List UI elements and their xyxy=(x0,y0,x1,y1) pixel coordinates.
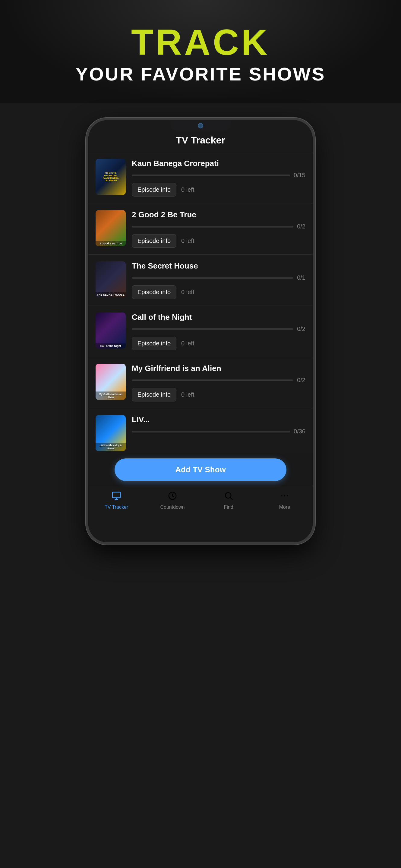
phone-frame: TV Tracker 710 CROREHINDUSTANIKAUN BANEG… xyxy=(86,118,315,545)
progress-row-alien: 0/2 xyxy=(132,377,305,384)
show-thumbnail-kbc[interactable]: 710 CROREHINDUSTANIKAUN BANEGACROREPATI xyxy=(96,159,126,195)
show-name-live: LIV... xyxy=(132,415,305,424)
thumb-label-call: Call of the Night xyxy=(96,343,126,349)
show-info-2good: 2 Good 2 Be True 0/2 Episode info 0 left xyxy=(132,210,305,248)
episode-info-btn-2good[interactable]: Episode info xyxy=(132,234,176,248)
phone-camera xyxy=(198,123,203,128)
episode-row-call: Episode info 0 left xyxy=(132,337,305,350)
progress-count-alien: 0/2 xyxy=(297,377,305,384)
svg-point-4 xyxy=(225,493,231,498)
episodes-left-alien: 0 left xyxy=(181,391,194,398)
progress-count-kbc: 0/15 xyxy=(294,172,305,179)
hero-title: TRACK xyxy=(131,24,270,60)
hero-subtitle: YOUR FAVORITE SHOWS xyxy=(75,63,325,85)
progress-count-secret: 0/1 xyxy=(297,274,305,281)
progress-row-call: 0/2 xyxy=(132,326,305,333)
show-info-live: LIV... 0/36 xyxy=(132,415,305,439)
episodes-left-2good: 0 left xyxy=(181,238,194,244)
nav-item-countdown[interactable]: Countdown xyxy=(145,491,201,510)
svg-point-8 xyxy=(287,495,288,496)
nav-item-tracker[interactable]: TV Tracker xyxy=(88,491,145,510)
nav-item-find[interactable]: Find xyxy=(201,491,256,510)
episodes-left-kbc: 0 left xyxy=(181,186,194,193)
list-item: 710 CROREHINDUSTANIKAUN BANEGACROREPATI … xyxy=(88,152,313,204)
show-info-call: Call of the Night 0/2 Episode info 0 lef… xyxy=(132,313,305,350)
svg-point-7 xyxy=(284,495,285,496)
show-thumbnail-secret[interactable]: THE SECRET HOUSE xyxy=(96,261,126,298)
phone-screen: TV Tracker 710 CROREHINDUSTANIKAUN BANEG… xyxy=(88,120,313,542)
episode-row-2good: Episode info 0 left xyxy=(132,234,305,248)
search-icon xyxy=(224,491,234,503)
thumb-label-secret: THE SECRET HOUSE xyxy=(96,292,126,298)
show-thumbnail-alien[interactable]: My Girlfriend is an Alien xyxy=(96,364,126,400)
nav-item-more[interactable]: More xyxy=(256,491,313,510)
episode-row-alien: Episode info 0 left xyxy=(132,388,305,401)
show-name-secret: The Secret House xyxy=(132,261,305,271)
bottom-nav: TV Tracker Countdown xyxy=(88,486,313,517)
phone-notch xyxy=(171,120,230,131)
thumb-label-kbc: 710 CROREHINDUSTANIKAUN BANEGACROREPATI xyxy=(100,169,121,184)
progress-bar-bg-secret xyxy=(132,277,294,279)
list-item: THE SECRET HOUSE The Secret House 0/1 Ep… xyxy=(88,255,313,306)
progress-row-secret: 0/1 xyxy=(132,274,305,281)
add-show-btn-container: Add TV Show xyxy=(88,454,313,486)
svg-point-6 xyxy=(281,495,282,496)
show-name-alien: My Girlfriend is an Alien xyxy=(132,364,305,373)
svg-rect-0 xyxy=(113,492,121,498)
show-name-call: Call of the Night xyxy=(132,313,305,322)
svg-line-5 xyxy=(230,498,233,500)
progress-row-2good: 0/2 xyxy=(132,223,305,230)
thumb-label-2good: 2 Good 2 Be True xyxy=(96,241,126,246)
show-name-kbc: Kaun Banega Crorepati xyxy=(132,159,305,168)
show-list: 710 CROREHINDUSTANIKAUN BANEGACROREPATI … xyxy=(88,152,313,454)
show-info-secret: The Secret House 0/1 Episode info 0 left xyxy=(132,261,305,299)
progress-bar-bg-live xyxy=(132,431,290,433)
phone-wrapper: TV Tracker 710 CROREHINDUSTANIKAUN BANEG… xyxy=(86,118,315,545)
nav-label-tracker: TV Tracker xyxy=(104,504,128,510)
progress-bar-bg-kbc xyxy=(132,175,290,176)
nav-label-countdown: Countdown xyxy=(160,504,185,510)
list-item: 2 Good 2 Be True 2 Good 2 Be True 0/2 Ep… xyxy=(88,204,313,255)
progress-count-live: 0/36 xyxy=(294,428,305,435)
clock-icon xyxy=(167,491,177,503)
list-item: My Girlfriend is an Alien My Girlfriend … xyxy=(88,357,313,408)
episode-info-btn-kbc[interactable]: Episode info xyxy=(132,183,176,196)
episodes-left-secret: 0 left xyxy=(181,289,194,296)
list-item: LIVE with Kelly & Ryan LIV... 0/36 xyxy=(88,408,313,454)
show-info-kbc: Kaun Banega Crorepati 0/15 Episode info … xyxy=(132,159,305,196)
add-show-button[interactable]: Add TV Show xyxy=(115,458,286,481)
episode-info-btn-alien[interactable]: Episode info xyxy=(132,388,176,401)
progress-row-kbc: 0/15 xyxy=(132,172,305,179)
progress-bar-bg-2good xyxy=(132,226,294,227)
episode-row-kbc: Episode info 0 left xyxy=(132,183,305,196)
show-thumbnail-2good[interactable]: 2 Good 2 Be True xyxy=(96,210,126,246)
thumb-label-live: LIVE with Kelly & Ryan xyxy=(96,443,126,451)
episode-row-secret: Episode info 0 left xyxy=(132,285,305,299)
nav-label-more: More xyxy=(279,504,290,510)
app-title: TV Tracker xyxy=(97,135,304,146)
progress-bar-bg-alien xyxy=(132,379,294,381)
show-thumbnail-live[interactable]: LIVE with Kelly & Ryan xyxy=(96,415,126,451)
progress-row-live: 0/36 xyxy=(132,428,305,435)
dots-icon xyxy=(280,491,289,503)
progress-count-call: 0/2 xyxy=(297,326,305,333)
hero-section: TRACK YOUR FAVORITE SHOWS xyxy=(0,0,401,103)
show-thumbnail-call[interactable]: Call of the Night xyxy=(96,313,126,349)
progress-bar-bg-call xyxy=(132,328,294,330)
tv-icon xyxy=(112,491,121,503)
show-name-2good: 2 Good 2 Be True xyxy=(132,210,305,219)
episode-info-btn-secret[interactable]: Episode info xyxy=(132,285,176,299)
show-info-alien: My Girlfriend is an Alien 0/2 Episode in… xyxy=(132,364,305,401)
progress-count-2good: 0/2 xyxy=(297,223,305,230)
thumb-label-alien: My Girlfriend is an Alien xyxy=(96,392,126,400)
episode-info-btn-call[interactable]: Episode info xyxy=(132,337,176,350)
list-item: Call of the Night Call of the Night 0/2 … xyxy=(88,306,313,357)
episodes-left-call: 0 left xyxy=(181,340,194,347)
nav-label-find: Find xyxy=(224,504,233,510)
